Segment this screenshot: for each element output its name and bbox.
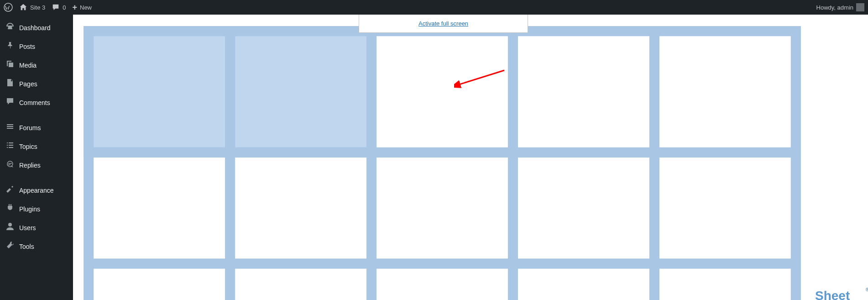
sidebar-item-tools[interactable]: Tools [0, 237, 73, 256]
sidebar-item-appearance[interactable]: Appearance [0, 181, 73, 200]
sidebar-item-dashboard[interactable]: Dashboard [0, 18, 73, 37]
svg-rect-12 [89, 31, 230, 153]
comments-count: 0 [63, 4, 66, 11]
sidebar-item-label: Plugins [19, 205, 40, 213]
avatar-icon [856, 3, 864, 11]
sidebar-item-posts[interactable]: Posts [0, 37, 73, 56]
svg-rect-7 [9, 145, 13, 146]
user-icon [5, 222, 15, 233]
svg-rect-2 [7, 126, 13, 127]
howdy-link[interactable]: Howdy, admin [816, 3, 864, 11]
svg-rect-5 [9, 142, 13, 143]
appearance-icon [5, 184, 15, 196]
svg-rect-9 [9, 147, 13, 148]
sidebar-item-label: Media [19, 62, 37, 69]
admin-bar: Site 3 0 + New Howdy, admin [0, 0, 868, 15]
sidebar-item-media[interactable]: Media [0, 56, 73, 74]
sidebar-item-label: Posts [19, 43, 35, 50]
page-icon [5, 78, 15, 89]
sidebar-item-label: Dashboard [19, 24, 51, 32]
pin-icon [5, 41, 15, 52]
sidebar-item-label: Topics [19, 143, 37, 150]
site-name: Site 3 [30, 4, 45, 11]
main-content: Activate full screen Sheet® Editor Setti… [73, 15, 868, 300]
howdy-text: Howdy, admin [816, 4, 853, 11]
plugin-icon [5, 203, 15, 215]
sidebar-item-forums[interactable]: Forums [0, 118, 73, 137]
svg-rect-6 [7, 145, 8, 146]
sidebar-item-label: Appearance [19, 187, 54, 194]
admin-sidebar: DashboardPostsMediaPagesCommentsForumsTo… [0, 15, 73, 300]
svg-point-10 [8, 223, 12, 226]
topics-icon [5, 141, 15, 152]
sidebar-item-label: Forums [19, 124, 41, 132]
svg-rect-4 [7, 142, 8, 143]
sidebar-item-replies[interactable]: Replies [0, 156, 73, 174]
sidebar-item-topics[interactable]: Topics [0, 137, 73, 156]
svg-rect-8 [7, 147, 8, 148]
svg-point-0 [4, 3, 12, 11]
dashboard-icon [5, 22, 15, 33]
fullscreen-box: Activate full screen [359, 15, 528, 33]
sidebar-item-pages[interactable]: Pages [0, 74, 73, 93]
sidebar-item-plugins[interactable]: Plugins [0, 200, 73, 218]
activate-fullscreen-link[interactable]: Activate full screen [418, 20, 468, 27]
comments-link[interactable]: 0 [52, 3, 66, 11]
sidebar-item-label: Users [19, 224, 36, 232]
sheet-icon [78, 21, 806, 300]
wp-logo[interactable] [4, 3, 13, 12]
sidebar-item-users[interactable]: Users [0, 218, 73, 237]
comment-icon [5, 97, 15, 108]
media-icon [5, 59, 15, 71]
forums-icon [5, 122, 15, 133]
sidebar-item-label: Comments [19, 99, 50, 106]
sidebar-item-label: Pages [19, 80, 37, 88]
new-link[interactable]: + New [72, 3, 92, 12]
svg-rect-1 [7, 124, 13, 125]
svg-rect-3 [7, 128, 13, 129]
logo: Sheet® Editor [73, 15, 868, 300]
tools-icon [5, 241, 15, 252]
replies-icon [5, 159, 15, 171]
sidebar-item-label: Tools [19, 243, 34, 250]
sidebar-item-label: Replies [19, 162, 41, 169]
new-label: New [80, 4, 92, 11]
svg-rect-13 [230, 31, 371, 153]
logo-line1: Sheet® [815, 289, 863, 300]
sidebar-item-comments[interactable]: Comments [0, 93, 73, 112]
site-name-link[interactable]: Site 3 [19, 3, 45, 11]
